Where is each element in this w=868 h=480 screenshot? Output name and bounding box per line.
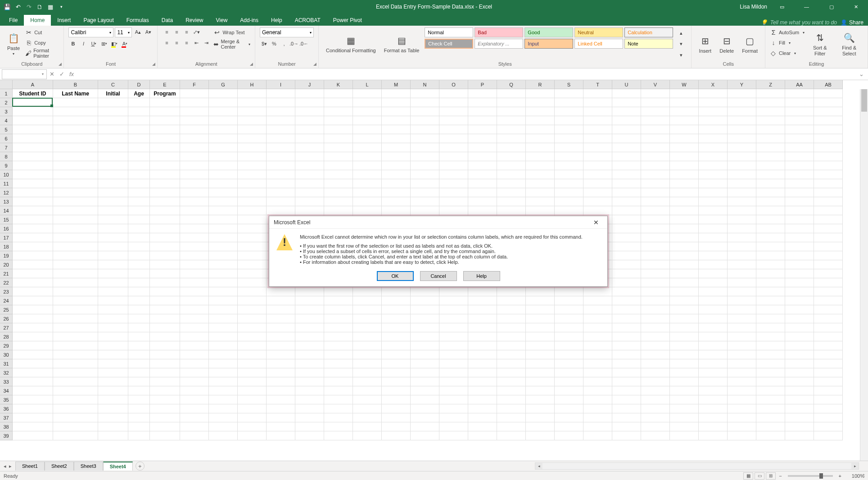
cell[interactable] — [555, 359, 583, 368]
cell[interactable] — [150, 215, 180, 224]
cell[interactable] — [497, 404, 526, 413]
style-cell[interactable]: Normal — [425, 27, 473, 37]
cell[interactable] — [128, 134, 150, 143]
cell[interactable] — [382, 188, 411, 197]
cell[interactable] — [814, 323, 843, 332]
cell[interactable] — [353, 395, 382, 404]
cell[interactable] — [497, 359, 526, 368]
cell[interactable] — [295, 143, 324, 152]
cell[interactable] — [353, 287, 382, 296]
row-header[interactable]: 21 — [0, 269, 13, 278]
cell[interactable] — [150, 377, 180, 386]
cell[interactable] — [756, 98, 785, 107]
cell[interactable] — [756, 341, 785, 350]
cell[interactable] — [612, 188, 641, 197]
cell[interactable] — [785, 332, 814, 341]
cell[interactable] — [411, 314, 439, 323]
cell[interactable] — [728, 359, 756, 368]
cell[interactable] — [526, 143, 555, 152]
cell[interactable] — [209, 413, 238, 422]
cell[interactable] — [497, 188, 526, 197]
cell[interactable] — [468, 89, 497, 98]
cell[interactable] — [641, 431, 670, 440]
cell[interactable] — [439, 377, 468, 386]
zoom-slider[interactable] — [788, 475, 833, 477]
cell[interactable] — [756, 89, 785, 98]
cell[interactable] — [555, 116, 583, 125]
cell[interactable] — [641, 233, 670, 242]
vertical-scrollbar[interactable] — [860, 89, 868, 461]
cell[interactable] — [814, 251, 843, 260]
cell[interactable] — [497, 314, 526, 323]
cell[interactable] — [209, 89, 238, 98]
dialog-close-button[interactable]: ✕ — [589, 217, 603, 228]
cell[interactable] — [699, 251, 728, 260]
row-header[interactable]: 39 — [0, 431, 13, 440]
gallery-down-icon[interactable]: ▾ — [677, 40, 686, 49]
cell[interactable] — [699, 143, 728, 152]
cell[interactable] — [699, 314, 728, 323]
cell[interactable] — [53, 134, 98, 143]
cell[interactable] — [497, 143, 526, 152]
cell[interactable] — [209, 287, 238, 296]
cell[interactable] — [641, 125, 670, 134]
cell[interactable] — [324, 386, 353, 395]
cell[interactable] — [13, 215, 53, 224]
cell[interactable] — [497, 413, 526, 422]
cell[interactable] — [439, 296, 468, 305]
cell[interactable] — [728, 431, 756, 440]
style-cell[interactable]: Input — [524, 39, 573, 49]
cell[interactable] — [53, 395, 98, 404]
cell[interactable] — [128, 350, 150, 359]
cell[interactable] — [526, 188, 555, 197]
cell[interactable] — [728, 188, 756, 197]
cell[interactable] — [756, 305, 785, 314]
cell[interactable] — [53, 116, 98, 125]
cell[interactable] — [324, 107, 353, 116]
cell[interactable] — [728, 233, 756, 242]
column-header[interactable]: L — [353, 80, 382, 89]
cell[interactable] — [295, 179, 324, 188]
cell[interactable] — [238, 413, 267, 422]
cell[interactable] — [411, 377, 439, 386]
cell[interactable] — [295, 341, 324, 350]
cell[interactable] — [180, 431, 209, 440]
cell[interactable] — [13, 152, 53, 161]
cell[interactable] — [180, 413, 209, 422]
cell[interactable] — [612, 197, 641, 206]
cell[interactable] — [98, 242, 128, 251]
cell[interactable] — [583, 125, 612, 134]
cell[interactable] — [150, 233, 180, 242]
cell[interactable] — [295, 395, 324, 404]
cell[interactable] — [98, 278, 128, 287]
cell[interactable] — [814, 431, 843, 440]
cell[interactable] — [128, 287, 150, 296]
cell[interactable] — [641, 251, 670, 260]
tab-acrobat[interactable]: ACROBAT — [289, 15, 327, 26]
cell[interactable] — [641, 386, 670, 395]
cell[interactable] — [13, 404, 53, 413]
cell[interactable] — [98, 152, 128, 161]
cell[interactable] — [180, 368, 209, 377]
cell[interactable] — [353, 386, 382, 395]
cell[interactable] — [267, 413, 295, 422]
cell[interactable] — [641, 215, 670, 224]
cell[interactable] — [324, 305, 353, 314]
cell[interactable] — [583, 413, 612, 422]
cell[interactable] — [411, 161, 439, 170]
cell[interactable] — [728, 179, 756, 188]
cell[interactable] — [670, 278, 699, 287]
column-header[interactable]: AA — [785, 80, 814, 89]
cell[interactable] — [756, 116, 785, 125]
cell[interactable] — [612, 242, 641, 251]
cell[interactable] — [555, 143, 583, 152]
cell[interactable] — [612, 89, 641, 98]
cell[interactable] — [128, 404, 150, 413]
cell[interactable] — [728, 224, 756, 233]
row-header[interactable]: 12 — [0, 188, 13, 197]
cell[interactable] — [756, 413, 785, 422]
cell[interactable] — [555, 305, 583, 314]
cell[interactable] — [128, 215, 150, 224]
cell[interactable] — [150, 386, 180, 395]
cell[interactable] — [555, 287, 583, 296]
